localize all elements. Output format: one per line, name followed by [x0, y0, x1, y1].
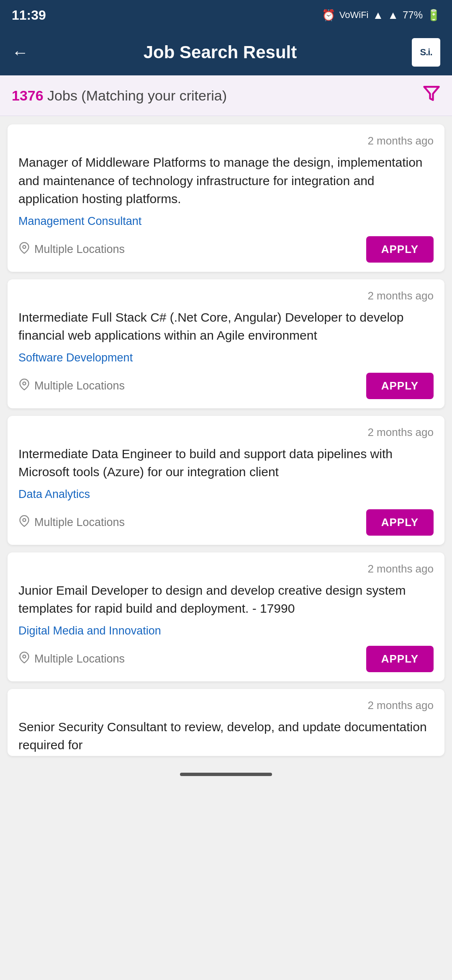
svg-marker-0	[424, 87, 439, 100]
job-location-text: Multiple Locations	[34, 243, 125, 256]
jobs-count-number: 1376	[12, 88, 44, 103]
job-title: Intermediate Full Stack C# (.Net Core, A…	[18, 308, 434, 345]
status-icons: ⏰ VoWiFi ▲ ▲ 77% 🔋	[322, 9, 440, 22]
svg-point-4	[23, 655, 26, 658]
job-card: 2 months ago Manager of Middleware Platf…	[8, 124, 444, 272]
job-location-text: Multiple Locations	[34, 379, 125, 392]
location-icon	[18, 652, 30, 666]
svg-point-1	[23, 245, 26, 248]
battery-indicator: 77%	[403, 9, 423, 21]
location-icon	[18, 242, 30, 257]
location-icon	[18, 379, 30, 393]
job-title: Junior Email Developer to design and dev…	[18, 581, 434, 618]
job-title: Intermediate Data Engineer to build and …	[18, 445, 434, 481]
back-button[interactable]: ←	[12, 43, 28, 62]
apply-button[interactable]: APPLY	[366, 373, 434, 399]
jobs-count-text: 1376 Jobs (Matching your criteria)	[12, 88, 227, 104]
home-bar	[180, 773, 272, 776]
job-title: Senior Security Consultant to review, de…	[18, 718, 434, 754]
app-logo: S.i.	[412, 38, 440, 67]
battery-icon: 🔋	[427, 9, 440, 22]
jobs-list: 2 months ago Manager of Middleware Platf…	[0, 116, 452, 764]
vowifi-icon: VoWiFi	[339, 10, 369, 21]
job-timestamp: 2 months ago	[18, 426, 434, 439]
job-location: Multiple Locations	[18, 242, 125, 257]
job-location-text: Multiple Locations	[34, 652, 125, 665]
apply-button[interactable]: APPLY	[366, 509, 434, 536]
job-timestamp: 2 months ago	[18, 289, 434, 302]
filter-bar: 1376 Jobs (Matching your criteria)	[0, 75, 452, 116]
filter-icon[interactable]	[423, 85, 440, 106]
status-time: 11:39	[12, 8, 46, 23]
job-timestamp: 2 months ago	[18, 699, 434, 712]
job-category: Data Analytics	[18, 488, 434, 501]
job-card-partial: 2 months ago Senior Security Consultant …	[8, 689, 444, 756]
job-category: Management Consultant	[18, 215, 434, 228]
wifi-icon: ▲	[372, 9, 383, 22]
job-card-footer: Multiple Locations APPLY	[18, 646, 434, 672]
job-card-footer: Multiple Locations APPLY	[18, 509, 434, 536]
logo-text: S.i.	[420, 47, 432, 58]
alarm-icon: ⏰	[322, 9, 335, 22]
job-title: Manager of Middleware Platforms to manag…	[18, 153, 434, 208]
job-location: Multiple Locations	[18, 379, 125, 393]
signal-icon: ▲	[388, 9, 398, 22]
job-card-footer: Multiple Locations APPLY	[18, 236, 434, 263]
page-title: Job Search Result	[28, 42, 412, 62]
job-card: 2 months ago Intermediate Data Engineer …	[8, 416, 444, 545]
app-header: ← Job Search Result S.i.	[0, 29, 452, 75]
svg-point-3	[23, 518, 26, 521]
job-location-text: Multiple Locations	[34, 516, 125, 529]
job-timestamp: 2 months ago	[18, 134, 434, 147]
job-card: 2 months ago Junior Email Developer to d…	[8, 552, 444, 681]
home-indicator	[0, 764, 452, 782]
location-icon	[18, 515, 30, 530]
job-category: Software Development	[18, 351, 434, 364]
apply-button[interactable]: APPLY	[366, 236, 434, 263]
job-card-footer: Multiple Locations APPLY	[18, 373, 434, 399]
job-category: Digital Media and Innovation	[18, 624, 434, 637]
svg-point-2	[23, 382, 26, 385]
jobs-count-label: Jobs (Matching your criteria)	[44, 88, 227, 103]
job-timestamp: 2 months ago	[18, 562, 434, 575]
job-card: 2 months ago Intermediate Full Stack C# …	[8, 279, 444, 408]
job-location: Multiple Locations	[18, 515, 125, 530]
job-location: Multiple Locations	[18, 652, 125, 666]
apply-button[interactable]: APPLY	[366, 646, 434, 672]
status-bar: 11:39 ⏰ VoWiFi ▲ ▲ 77% 🔋	[0, 0, 452, 29]
